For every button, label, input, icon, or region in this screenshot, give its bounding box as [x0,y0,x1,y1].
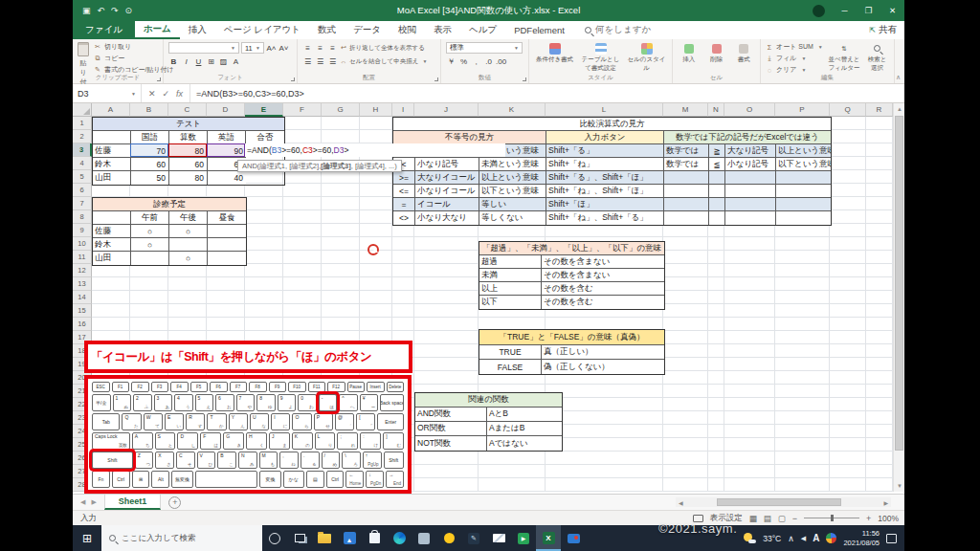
undo-icon[interactable]: ↶ [98,6,105,15]
cell[interactable] [169,238,208,252]
cell[interactable]: 小なり記号 [415,158,479,171]
row-header-2[interactable]: 2 [73,130,92,143]
action-center-icon[interactable] [886,534,897,543]
dialog-launcher-icon[interactable] [291,77,295,81]
normal-view-icon[interactable]: ▦ [749,514,757,523]
borders-button[interactable]: ⊞ [206,55,216,67]
cell-button-2[interactable]: 書式 [732,42,755,64]
tab-校閲[interactable]: 校閲 [390,21,425,39]
style-button-2[interactable]: セルのスタイル [626,42,667,73]
bold-button[interactable]: B [168,55,179,67]
cell[interactable]: その数を含まない [542,269,664,282]
cell[interactable]: 不等号の見方 [393,131,546,144]
vertical-scrollbar[interactable]: ▲ ▼ [893,103,904,492]
tab-数式[interactable]: 数式 [309,21,345,39]
column-header-N[interactable]: N [708,103,724,117]
cell[interactable]: 佐藤 [93,225,131,238]
cell[interactable]: 以上という意味 [479,171,546,185]
cell[interactable]: イコール [415,198,479,211]
sort-filter-button[interactable]: ⇅並べ替えとフィルター [828,42,860,73]
cell[interactable]: その数を含む [542,296,664,309]
touch-mode-icon[interactable]: ⊙ [125,6,133,15]
cell[interactable]: 70 [131,144,169,158]
zoom-slider[interactable] [804,518,859,518]
clipboard-item-1[interactable]: ⧉コピー [94,54,174,63]
cell[interactable] [131,252,169,265]
cell[interactable] [725,211,776,225]
cell[interactable]: 大なり記号 [725,144,776,158]
cell[interactable] [208,238,246,252]
photos-icon[interactable]: ▲ [337,525,362,551]
tab-ページ レイアウト[interactable]: ページ レイアウト [215,21,309,39]
merge-center-button[interactable]: ⇔セルを結合して中央揃え▼ [340,57,427,66]
cell[interactable]: 50 [131,171,169,185]
row-header-4[interactable]: 4 [73,157,92,170]
row-header-7[interactable]: 7 [73,197,92,210]
file-explorer-icon[interactable] [312,525,337,551]
cell-button-1[interactable]: 削除 [705,42,728,64]
cell[interactable]: 小なり大なり [415,211,479,225]
style-button-0[interactable]: 条件付き書式 [534,42,575,64]
dialog-launcher-icon[interactable] [434,77,438,81]
cell[interactable] [709,185,725,198]
page-break-view-icon[interactable]: ▢ [778,514,786,523]
cell[interactable] [725,185,776,198]
font-name-select[interactable]: ▼ [168,42,239,54]
cell[interactable]: 80 [169,171,208,185]
task-view-icon[interactable] [287,525,312,551]
cell[interactable]: <= [393,185,415,198]
cell[interactable] [664,211,709,225]
row-header-9[interactable]: 9 [73,224,92,237]
cell[interactable]: その数を含まない [542,255,664,269]
font-color-button[interactable]: A [231,55,241,67]
ime-mode[interactable]: A [813,533,819,543]
column-header-K[interactable]: K [479,103,546,117]
cell[interactable]: Shift+「ね」、Shift+「ほ」 [546,185,664,198]
cell[interactable]: 数学では下記の記号だがExcelでは違う [664,131,831,144]
scroll-right-icon[interactable]: ▶ [880,499,891,506]
cell[interactable]: 午前 [131,211,169,225]
editing-item-0[interactable]: Σオート SUM▼ [766,42,823,52]
start-button[interactable]: ⊞ [73,525,101,551]
column-header-G[interactable]: G [322,103,360,117]
cell[interactable]: 小なりイコール [415,185,479,198]
column-header-E[interactable]: E [245,103,283,117]
weather-icon[interactable] [744,533,756,543]
cell[interactable]: 算数 [169,131,208,144]
cancel-icon[interactable]: ✕ [148,89,156,99]
cell[interactable]: <> [393,211,415,225]
cell[interactable]: TRUE [479,345,542,360]
cell[interactable]: OR関数 [415,422,487,436]
currency-icon[interactable]: ￥ [446,55,457,67]
tab-挿入[interactable]: 挿入 [180,21,215,39]
font-size-select[interactable]: 11▼ [241,42,264,54]
column-header-Q[interactable]: Q [830,103,866,117]
row-header-14[interactable]: 14 [73,291,92,304]
grow-font-button[interactable]: A˄ [266,42,277,54]
scroll-up-icon[interactable]: ▲ [894,103,905,115]
cell[interactable]: その数を含む [542,282,664,296]
cell[interactable] [776,185,831,198]
cell[interactable] [93,131,131,144]
cell[interactable]: FALSE [479,360,542,374]
align-right-icon[interactable]: ☰ [327,55,338,67]
cell[interactable] [664,185,709,198]
align-center-icon[interactable]: ☰ [315,55,325,67]
cell[interactable] [709,211,725,225]
cell[interactable] [208,252,246,265]
ime-ball-icon[interactable] [826,533,836,543]
style-button-1[interactable]: テーブルとして書式設定 [580,42,621,73]
column-header-O[interactable]: O [724,103,775,117]
underline-button[interactable]: U [193,55,204,67]
cell[interactable]: Shift+「ほ」 [546,198,664,211]
taskbar-clock[interactable]: 11:56 2021/08/05 [843,529,880,548]
tab-ホーム[interactable]: ホーム [135,21,180,39]
decrease-decimal-icon[interactable]: .00 [496,55,506,67]
row-header-11[interactable]: 11 [73,251,92,264]
zoom-out-icon[interactable]: − [792,514,797,523]
cell[interactable]: Shift+「る」 [546,144,664,158]
cell[interactable]: NOT関数 [415,436,487,451]
wrap-text-button[interactable]: ↩折り返して全体を表示する [340,44,425,53]
row-header-13[interactable]: 13 [73,277,92,291]
new-sheet-icon[interactable]: + [168,496,181,509]
